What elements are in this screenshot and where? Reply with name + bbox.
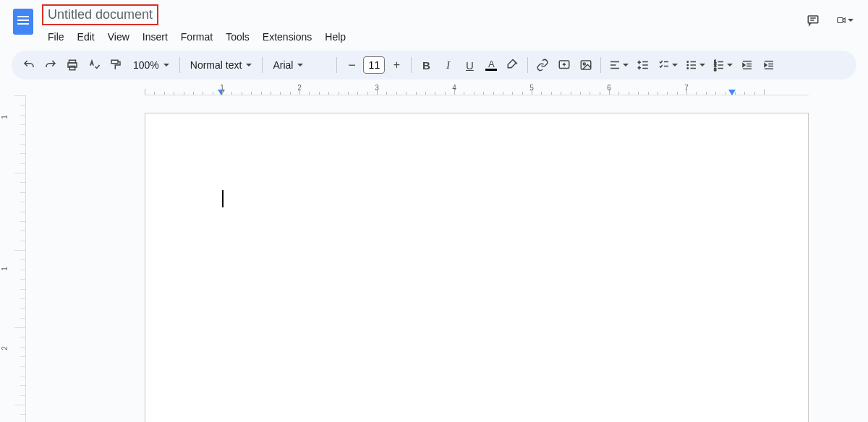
highlight-color-button[interactable] bbox=[503, 55, 523, 75]
docs-logo-icon bbox=[13, 9, 33, 35]
menu-view[interactable]: View bbox=[102, 28, 135, 46]
menu-tools[interactable]: Tools bbox=[220, 28, 255, 46]
menu-file[interactable]: File bbox=[42, 28, 70, 46]
ruler-label: 6 bbox=[607, 84, 611, 92]
svg-point-12 bbox=[584, 63, 586, 65]
chevron-down-icon bbox=[672, 64, 678, 66]
document-canvas[interactable] bbox=[26, 95, 868, 422]
separator bbox=[411, 57, 412, 73]
svg-rect-11 bbox=[582, 61, 592, 69]
separator bbox=[262, 57, 263, 73]
ruler-label: 1 bbox=[220, 84, 224, 92]
paint-format-button[interactable] bbox=[106, 55, 126, 75]
checklist-button[interactable] bbox=[655, 55, 681, 75]
chevron-down-icon bbox=[246, 64, 252, 66]
document-title[interactable]: Untitled document bbox=[42, 4, 158, 25]
font-size-input[interactable] bbox=[363, 56, 385, 74]
ruler-label: 5 bbox=[529, 84, 534, 92]
style-value: Normal text bbox=[190, 59, 242, 71]
comment-history-icon[interactable] bbox=[804, 12, 822, 29]
header-right bbox=[804, 4, 859, 29]
styles-dropdown[interactable]: Normal text bbox=[184, 55, 258, 75]
bulleted-list-button[interactable] bbox=[682, 55, 708, 75]
ruler-label: 4 bbox=[452, 84, 456, 92]
meet-video-icon[interactable] bbox=[836, 12, 854, 29]
menu-extensions[interactable]: Extensions bbox=[257, 28, 318, 46]
docs-logo[interactable] bbox=[9, 7, 38, 36]
separator bbox=[600, 57, 601, 73]
horizontal-ruler[interactable]: 1234567 bbox=[26, 84, 868, 95]
chevron-down-icon bbox=[727, 64, 733, 66]
zoom-value: 100% bbox=[133, 59, 159, 71]
font-value: Arial bbox=[273, 59, 293, 71]
menu-help[interactable]: Help bbox=[319, 28, 352, 46]
page[interactable] bbox=[145, 113, 809, 422]
ruler-label: 3 bbox=[375, 84, 379, 92]
chevron-down-icon bbox=[848, 19, 854, 22]
italic-button[interactable]: I bbox=[438, 55, 458, 75]
ruler-label: 1 bbox=[1, 267, 9, 271]
spellcheck-button[interactable] bbox=[84, 55, 104, 75]
font-size-control: − + bbox=[341, 55, 407, 75]
bold-button[interactable]: B bbox=[416, 55, 436, 75]
ruler-label: 1 bbox=[1, 115, 9, 119]
decrease-indent-button[interactable] bbox=[737, 55, 757, 75]
add-comment-button[interactable] bbox=[554, 55, 574, 75]
menu-edit[interactable]: Edit bbox=[72, 28, 101, 46]
chevron-down-icon bbox=[297, 64, 303, 66]
separator bbox=[527, 57, 528, 73]
font-dropdown[interactable]: Arial bbox=[267, 55, 332, 75]
svg-point-23 bbox=[687, 68, 689, 69]
separator bbox=[336, 57, 337, 73]
text-cursor bbox=[222, 190, 224, 207]
menubar: File Edit View Insert Format Tools Exten… bbox=[42, 28, 352, 46]
workspace: 1234567 1123 bbox=[0, 84, 868, 422]
ruler-label: 2 bbox=[297, 84, 302, 92]
title-area: Untitled document File Edit View Insert … bbox=[42, 4, 352, 46]
svg-point-22 bbox=[687, 64, 689, 66]
text-color-button[interactable]: A bbox=[481, 55, 501, 75]
numbered-list-button[interactable]: 123 bbox=[710, 55, 736, 75]
svg-rect-0 bbox=[808, 16, 818, 23]
svg-rect-3 bbox=[838, 18, 843, 23]
font-size-increase-button[interactable]: + bbox=[386, 55, 407, 75]
redo-button[interactable] bbox=[41, 55, 61, 75]
menu-insert[interactable]: Insert bbox=[137, 28, 174, 46]
undo-button[interactable] bbox=[19, 55, 39, 75]
font-size-decrease-button[interactable]: − bbox=[341, 55, 362, 75]
chevron-down-icon bbox=[699, 64, 705, 66]
chevron-down-icon bbox=[623, 64, 629, 66]
toolbar: 100% Normal text Arial − + B I U A bbox=[12, 51, 856, 79]
svg-point-21 bbox=[687, 61, 689, 63]
ruler-label: 7 bbox=[684, 84, 689, 92]
svg-rect-7 bbox=[111, 60, 118, 64]
insert-link-button[interactable] bbox=[532, 55, 553, 75]
underline-button[interactable]: U bbox=[459, 55, 480, 75]
align-button[interactable] bbox=[605, 55, 631, 75]
line-spacing-button[interactable] bbox=[633, 55, 653, 75]
separator bbox=[179, 57, 180, 73]
insert-image-button[interactable] bbox=[576, 55, 596, 75]
chevron-down-icon bbox=[163, 64, 169, 66]
ruler-label: 2 bbox=[1, 346, 9, 350]
svg-text:3: 3 bbox=[715, 67, 717, 72]
menu-format[interactable]: Format bbox=[175, 28, 218, 46]
header: Untitled document File Edit View Insert … bbox=[0, 0, 868, 43]
vertical-ruler[interactable]: 1123 bbox=[0, 95, 26, 422]
print-button[interactable] bbox=[62, 55, 82, 75]
increase-indent-button[interactable] bbox=[759, 55, 779, 75]
zoom-dropdown[interactable]: 100% bbox=[127, 55, 175, 75]
